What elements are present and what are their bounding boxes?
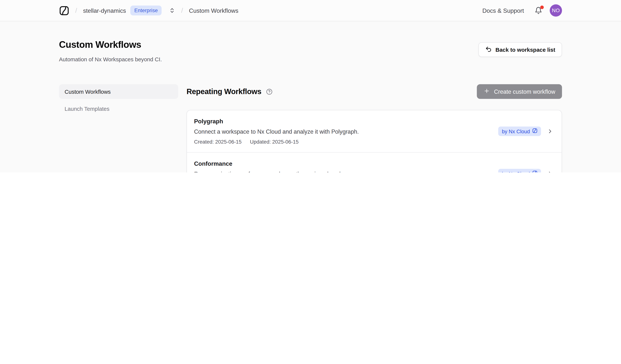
page-subtitle: Automation of Nx Workspaces beyond CI.: [59, 56, 162, 63]
notifications-bell-icon[interactable]: [535, 7, 542, 14]
back-to-workspace-list-button[interactable]: Back to workspace list: [479, 42, 562, 57]
breadcrumb-separator: /: [75, 7, 77, 15]
page: / stellar-dynamics Enterprise / Custom W…: [0, 0, 621, 173]
breadcrumb-workspace[interactable]: stellar-dynamics: [83, 7, 126, 14]
section-title: Repeating Workflows: [187, 87, 261, 96]
workflow-description: Connect a workspace to Nx Cloud and anal…: [194, 128, 499, 135]
workflow-updated: Updated: 2025-06-15: [250, 139, 298, 145]
create-button-label: Create custom workflow: [494, 88, 555, 95]
user-avatar[interactable]: NO: [550, 4, 562, 16]
workflow-name: Conformance: [194, 160, 499, 167]
workflow-row-polygraph[interactable]: Polygraph Connect a workspace to Nx Clou…: [187, 111, 562, 152]
page-title: Custom Workflows: [59, 40, 162, 50]
breadcrumb-separator: /: [181, 7, 183, 15]
nx-logo-icon: [532, 128, 537, 135]
repeating-workflows-section: Repeating Workflows: [187, 84, 562, 173]
content-area: Custom Workflows Automation of Nx Worksp…: [0, 21, 621, 173]
workflow-name: Polygraph: [194, 118, 499, 125]
plus-icon: [484, 88, 490, 95]
workflow-created: Created: 2025-06-15: [194, 139, 242, 145]
top-navbar: / stellar-dynamics Enterprise / Custom W…: [0, 0, 621, 21]
workspace-switcher-icon[interactable]: [169, 7, 175, 14]
sidebar-item-custom-workflows[interactable]: Custom Workflows: [59, 84, 178, 99]
breadcrumb-current-page[interactable]: Custom Workflows: [189, 7, 238, 14]
by-nx-cloud-badge: by Nx Cloud: [498, 169, 541, 173]
notification-dot: [540, 6, 544, 9]
badge-label: by Nx Cloud: [502, 171, 530, 173]
docs-support-link[interactable]: Docs & Support: [482, 7, 524, 14]
create-custom-workflow-button[interactable]: Create custom workflow: [477, 84, 562, 99]
workflows-list-panel: Polygraph Connect a workspace to Nx Clou…: [187, 110, 562, 173]
chevron-right-icon: [547, 170, 553, 173]
undo-arrow-icon: [485, 46, 492, 54]
sidebar-item-launch-templates[interactable]: Launch Templates: [59, 101, 178, 116]
plan-badge: Enterprise: [130, 6, 162, 16]
workflow-row-conformance[interactable]: Conformance Run organization conformance…: [187, 152, 562, 173]
by-nx-cloud-badge: by Nx Cloud: [498, 127, 541, 136]
badge-label: by Nx Cloud: [502, 128, 530, 134]
settings-sidebar: Custom Workflows Launch Templates: [59, 84, 178, 173]
chevron-right-icon: [547, 128, 553, 135]
workflow-description: Run organization conformance rules on th…: [194, 171, 499, 173]
help-icon[interactable]: [266, 88, 273, 95]
nx-logo-icon: [532, 170, 537, 173]
nx-cloud-logo-icon[interactable]: [59, 5, 69, 16]
back-button-label: Back to workspace list: [495, 47, 555, 53]
